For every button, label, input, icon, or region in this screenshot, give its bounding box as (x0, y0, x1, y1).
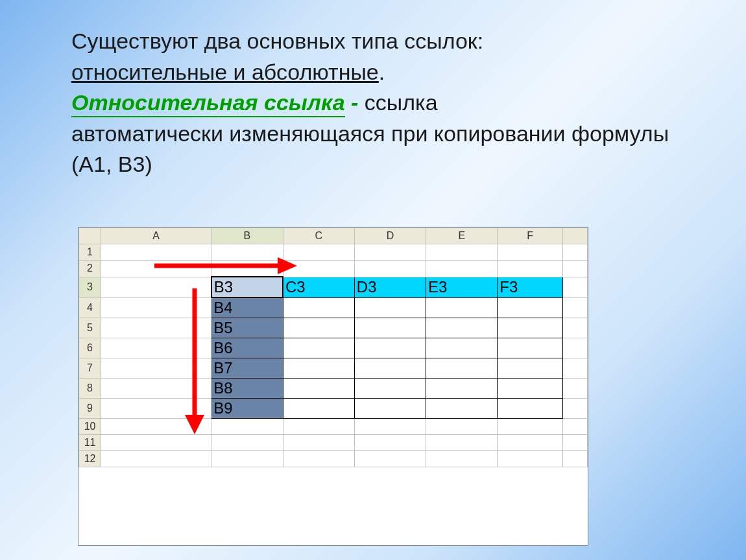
cell-E6[interactable] (426, 338, 498, 358)
cell-E2[interactable] (426, 261, 498, 277)
cell-E4[interactable] (426, 298, 498, 318)
cell-G5[interactable] (563, 318, 588, 338)
cell-G2[interactable] (563, 261, 588, 277)
rowhead-9[interactable]: 9 (79, 399, 101, 419)
cell-E10[interactable] (426, 419, 498, 435)
cell-A10[interactable] (101, 419, 211, 435)
cell-B3[interactable]: B3 (211, 277, 283, 298)
cell-F8[interactable] (498, 379, 563, 399)
cell-C9[interactable] (283, 399, 354, 419)
cell-A7[interactable] (101, 358, 211, 379)
cell-E9[interactable] (426, 399, 498, 419)
cell-A1[interactable] (101, 244, 211, 261)
cell-D8[interactable] (354, 379, 426, 399)
cell-C4[interactable] (283, 298, 354, 318)
cell-D3[interactable]: D3 (354, 277, 426, 298)
colhead-B[interactable]: B (211, 228, 283, 244)
cell-F10[interactable] (498, 419, 563, 435)
cell-F12[interactable] (498, 451, 563, 467)
rowhead-6[interactable]: 6 (79, 338, 101, 358)
colhead-C[interactable]: C (283, 228, 354, 244)
rowhead-4[interactable]: 4 (79, 298, 101, 318)
cell-D1[interactable] (354, 244, 426, 261)
cell-C11[interactable] (283, 435, 354, 451)
cell-C12[interactable] (283, 451, 354, 467)
colhead-E[interactable]: E (426, 228, 498, 244)
rowhead-8[interactable]: 8 (79, 379, 101, 399)
cell-B12[interactable] (211, 451, 283, 467)
rowhead-1[interactable]: 1 (79, 244, 101, 261)
cell-A4[interactable] (101, 298, 211, 318)
colhead-extra[interactable] (563, 228, 588, 244)
cell-F6[interactable] (498, 338, 563, 358)
cell-D4[interactable] (354, 298, 426, 318)
cell-E5[interactable] (426, 318, 498, 338)
colhead-F[interactable]: F (498, 228, 563, 244)
cell-E8[interactable] (426, 379, 498, 399)
cell-G4[interactable] (563, 298, 588, 318)
cell-E11[interactable] (426, 435, 498, 451)
rowhead-10[interactable]: 10 (79, 419, 101, 435)
cell-A8[interactable] (101, 379, 211, 399)
cell-B4[interactable]: B4 (211, 298, 283, 318)
rowhead-11[interactable]: 11 (79, 435, 101, 451)
cell-D6[interactable] (354, 338, 426, 358)
cell-F5[interactable] (498, 318, 563, 338)
colhead-A[interactable]: A (101, 228, 211, 244)
cell-D7[interactable] (354, 358, 426, 379)
cell-B1[interactable] (211, 244, 283, 261)
cell-C5[interactable] (283, 318, 354, 338)
cell-G1[interactable] (563, 244, 588, 261)
cell-D11[interactable] (354, 435, 426, 451)
cell-F11[interactable] (498, 435, 563, 451)
cell-B8[interactable]: B8 (211, 379, 283, 399)
cell-A5[interactable] (101, 318, 211, 338)
corner-cell[interactable] (79, 228, 101, 244)
cell-A3[interactable] (101, 277, 211, 298)
cell-B5[interactable]: B5 (211, 318, 283, 338)
cell-C8[interactable] (283, 379, 354, 399)
cell-B6[interactable]: B6 (211, 338, 283, 358)
cell-G6[interactable] (563, 338, 588, 358)
cell-B9[interactable]: B9 (211, 399, 283, 419)
cell-D10[interactable] (354, 419, 426, 435)
cell-G7[interactable] (563, 358, 588, 379)
cell-A6[interactable] (101, 338, 211, 358)
cell-F3[interactable]: F3 (498, 277, 563, 298)
cell-A9[interactable] (101, 399, 211, 419)
cell-G3[interactable] (563, 277, 588, 298)
cell-B10[interactable] (211, 419, 283, 435)
cell-D12[interactable] (354, 451, 426, 467)
cell-G9[interactable] (563, 399, 588, 419)
rowhead-2[interactable]: 2 (79, 261, 101, 277)
cell-G12[interactable] (563, 451, 588, 467)
rowhead-7[interactable]: 7 (79, 358, 101, 379)
cell-E12[interactable] (426, 451, 498, 467)
cell-C6[interactable] (283, 338, 354, 358)
cell-D5[interactable] (354, 318, 426, 338)
cell-G11[interactable] (563, 435, 588, 451)
cell-F1[interactable] (498, 244, 563, 261)
cell-B2[interactable] (211, 261, 283, 277)
rowhead-3[interactable]: 3 (79, 277, 101, 298)
cell-C7[interactable] (283, 358, 354, 379)
cell-C3[interactable]: C3 (283, 277, 354, 298)
cell-D2[interactable] (354, 261, 426, 277)
cell-D9[interactable] (354, 399, 426, 419)
cell-A12[interactable] (101, 451, 211, 467)
rowhead-12[interactable]: 12 (79, 451, 101, 467)
cell-C1[interactable] (283, 244, 354, 261)
cell-C2[interactable] (283, 261, 354, 277)
cell-G10[interactable] (563, 419, 588, 435)
cell-F2[interactable] (498, 261, 563, 277)
cell-A2[interactable] (101, 261, 211, 277)
cell-F9[interactable] (498, 399, 563, 419)
cell-A11[interactable] (101, 435, 211, 451)
colhead-D[interactable]: D (354, 228, 426, 244)
cell-F7[interactable] (498, 358, 563, 379)
cell-B7[interactable]: B7 (211, 358, 283, 379)
cell-G8[interactable] (563, 379, 588, 399)
cell-E1[interactable] (426, 244, 498, 261)
cell-E7[interactable] (426, 358, 498, 379)
rowhead-5[interactable]: 5 (79, 318, 101, 338)
